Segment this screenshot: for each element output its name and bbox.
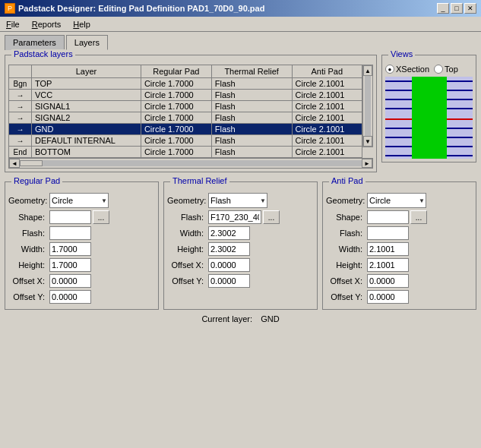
anti-offsetx-input[interactable] [367, 274, 409, 288]
regular-height-input[interactable] [49, 258, 91, 272]
regular-height-row: Height: [8, 258, 155, 272]
bottom-section: Regular Pad Geometry: Circle Square Oblo… [5, 181, 476, 310]
row-antipad: Circle 2.1001 [292, 135, 362, 147]
thermal-height-input[interactable] [208, 242, 250, 256]
regular-geometry-select[interactable]: Circle Square Oblong [49, 193, 109, 208]
row-antipad: Circle 2.1001 [292, 147, 362, 158]
title-bar: P Padstack Designer: Editing Pad Definit… [0, 0, 481, 17]
anti-flash-input[interactable] [367, 226, 409, 240]
thermal-offsetx-input[interactable] [208, 258, 250, 272]
table-row[interactable]: → SIGNAL1 Circle 1.7000 Flash Circle 2.1… [9, 101, 362, 112]
row-thermal: Flash [211, 78, 292, 90]
anti-offsety-input[interactable] [367, 290, 409, 304]
regular-pad-group: Regular Pad Geometry: Circle Square Oblo… [5, 181, 159, 310]
col-header-antipad: Anti Pad [292, 65, 362, 78]
regular-flash-input[interactable] [49, 226, 91, 240]
anti-pad-group: Anti Pad Geometry: Circle Square Oblong … [322, 181, 476, 310]
app-icon: P [5, 3, 15, 14]
table-row[interactable]: → GND Circle 1.7000 Flash Circle 2.1001 [9, 124, 362, 135]
anti-offsety-label: Offset Y: [326, 292, 365, 301]
regular-offsetx-input[interactable] [49, 274, 91, 288]
anti-width-input[interactable] [367, 242, 409, 256]
regular-width-label: Width: [8, 245, 48, 254]
regular-offsetx-label: Offset X: [8, 276, 48, 286]
row-layer: SIGNAL1 [32, 101, 141, 112]
row-regular: Circle 1.7000 [141, 90, 211, 101]
xsection-drill [412, 77, 447, 159]
h-scroll-thumb [20, 160, 43, 166]
regular-shape-row: Shape: ... [8, 210, 155, 224]
regular-shape-browse[interactable]: ... [93, 210, 109, 224]
regular-offsety-label: Offset Y: [8, 292, 48, 301]
thermal-offsety-label: Offset Y: [167, 276, 207, 286]
table-vertical-scrollbar[interactable]: ▲ ▼ [362, 65, 373, 147]
row-antipad: Circle 2.1001 [292, 124, 362, 135]
main-content: Padstack layers Layer Regular Pad Therma… [0, 50, 481, 448]
tab-area: Parameters Layers [0, 32, 481, 50]
minimize-button[interactable]: _ [437, 3, 449, 14]
anti-offsetx-label: Offset X: [326, 276, 365, 286]
current-layer-label: Current layer: [201, 314, 252, 323]
regular-width-row: Width: [8, 242, 155, 256]
thermal-width-input[interactable] [208, 226, 250, 240]
row-regular: Circle 1.7000 [141, 112, 211, 124]
xsection-radio[interactable]: ● XSection [385, 65, 429, 74]
thermal-pad-title: Thermal Relief [170, 176, 229, 185]
thermal-offsetx-label: Offset X: [167, 260, 207, 270]
regular-offsety-input[interactable] [49, 290, 91, 304]
tab-layers[interactable]: Layers [66, 35, 108, 50]
anti-width-row: Width: [326, 242, 473, 256]
anti-height-label: Height: [326, 260, 365, 270]
table-horizontal-scrollbar[interactable]: ◄ ► [8, 158, 373, 169]
thermal-flash-input[interactable] [208, 210, 261, 224]
h-scroll-track [20, 160, 362, 166]
thermal-flash-label: Flash: [167, 213, 207, 222]
menu-file[interactable]: File [3, 19, 23, 30]
padstack-layers-title: Padstack layers [11, 49, 75, 58]
row-layer: BOTTOM [32, 147, 141, 158]
anti-shape-browse[interactable]: ... [410, 210, 427, 224]
thermal-geometry-label: Geometry: [167, 196, 207, 205]
anti-geometry-select[interactable]: Circle Square Oblong [367, 193, 426, 208]
table-row[interactable]: Bgn TOP Circle 1.7000 Flash Circle 2.100… [9, 78, 362, 90]
anti-height-input[interactable] [367, 258, 409, 272]
regular-offsety-row: Offset Y: [8, 290, 155, 304]
regular-width-input[interactable] [49, 242, 91, 256]
scroll-right-button[interactable]: ► [362, 159, 372, 168]
anti-shape-row: Shape: ... [326, 210, 473, 224]
row-regular: Circle 1.7000 [141, 147, 211, 158]
scroll-left-button[interactable]: ◄ [9, 159, 20, 168]
row-regular: Circle 1.7000 [141, 135, 211, 147]
window-controls: _ □ ✕ [437, 3, 476, 14]
maximize-button[interactable]: □ [451, 3, 463, 14]
scroll-track [365, 76, 371, 136]
thermal-geometry-select[interactable]: Flash Circle None [208, 193, 267, 208]
table-row[interactable]: → SIGNAL2 Circle 1.7000 Flash Circle 2.1… [9, 112, 362, 124]
thermal-flash-browse[interactable]: ... [263, 210, 280, 224]
close-button[interactable]: ✕ [464, 3, 476, 14]
table-row[interactable]: End BOTTOM Circle 1.7000 Flash Circle 2.… [9, 147, 362, 158]
regular-shape-label: Shape: [8, 213, 48, 222]
regular-shape-input[interactable] [49, 210, 91, 224]
col-header-layer: Layer [32, 65, 141, 78]
row-prefix: → [9, 90, 32, 101]
row-thermal: Flash [211, 112, 292, 124]
table-row[interactable]: → DEFAULT INTERNAL Circle 1.7000 Flash C… [9, 135, 362, 147]
menu-reports[interactable]: Reports [29, 19, 65, 30]
scroll-up-button[interactable]: ▲ [363, 65, 372, 76]
regular-height-label: Height: [8, 260, 48, 270]
thermal-height-label: Height: [167, 245, 207, 254]
table-row[interactable]: → VCC Circle 1.7000 Flash Circle 2.1001 [9, 90, 362, 101]
row-layer: TOP [32, 78, 141, 90]
top-radio[interactable]: Top [434, 65, 458, 74]
thermal-offsety-input[interactable] [208, 274, 250, 288]
thermal-height-row: Height: [167, 242, 314, 256]
window-title: Padstack Designer: Editing Pad Definitio… [18, 4, 264, 13]
row-layer: DEFAULT INTERNAL [32, 135, 141, 147]
anti-shape-input[interactable] [367, 210, 409, 224]
scroll-down-button[interactable]: ▼ [363, 136, 372, 147]
anti-width-label: Width: [326, 245, 365, 254]
menu-help[interactable]: Help [70, 19, 93, 30]
thermal-geometry-dropdown-wrapper: Flash Circle None ▼ [208, 193, 267, 208]
tab-parameters[interactable]: Parameters [5, 35, 65, 50]
